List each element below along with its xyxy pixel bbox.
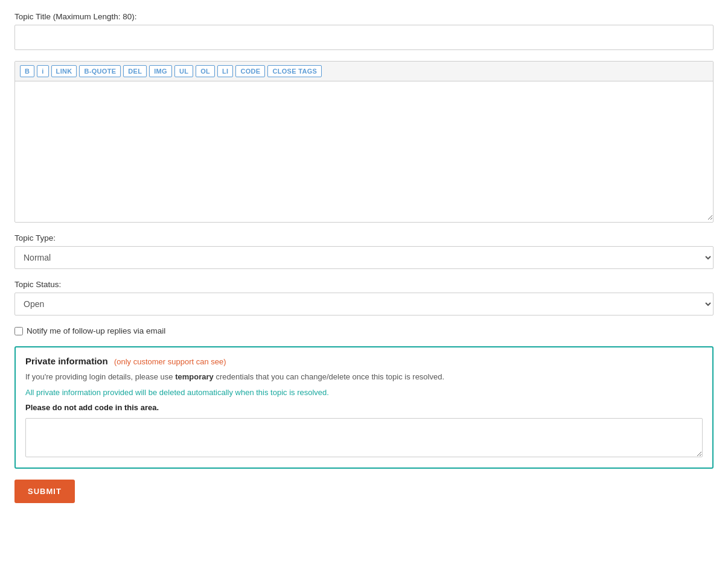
toolbar-btn-ul[interactable]: UL <box>174 65 193 77</box>
submit-section: SUBMIT <box>14 480 714 503</box>
toolbar-btn-code[interactable]: CODE <box>235 65 265 77</box>
topic-title-section: Topic Title (Maximum Length: 80): <box>14 12 714 50</box>
toolbar-btn-bquote[interactable]: B-QUOTE <box>79 65 121 77</box>
topic-status-section: Topic Status: OpenClosed <box>14 280 714 315</box>
private-info-line2: All private information provided will be… <box>25 387 703 399</box>
notify-label: Notify me of follow-up replies via email <box>27 326 165 335</box>
notify-row: Notify me of follow-up replies via email <box>14 326 714 335</box>
toolbar-btn-del[interactable]: DEL <box>123 65 147 77</box>
topic-type-section: Topic Type: NormalStickyAnnouncement <box>14 233 714 269</box>
submit-button[interactable]: SUBMIT <box>14 480 75 503</box>
toolbar-btn-link[interactable]: LINK <box>51 65 77 77</box>
private-info-prefix: If you're providing login details, pleas… <box>25 372 175 381</box>
toolbar-btn-ol[interactable]: OL <box>196 65 215 77</box>
topic-status-label: Topic Status: <box>14 280 714 289</box>
toolbar-btn-li[interactable]: LI <box>217 65 233 77</box>
topic-type-select[interactable]: NormalStickyAnnouncement <box>14 246 714 269</box>
notify-checkbox[interactable] <box>14 327 23 335</box>
toolbar-btn-italic[interactable]: i <box>37 65 48 77</box>
private-info-suffix: credentials that you can change/delete o… <box>214 372 444 381</box>
private-textarea[interactable] <box>25 418 703 457</box>
private-info-box: Private information (only customer suppo… <box>14 346 714 469</box>
topic-type-label: Topic Type: <box>14 233 714 242</box>
topic-status-select[interactable]: OpenClosed <box>14 293 714 315</box>
editor-container: BiLINKB-QUOTEDELIMGULOLLICODECLOSE TAGS <box>14 61 714 223</box>
private-info-keyword: temporary <box>175 372 214 381</box>
editor-toolbar: BiLINKB-QUOTEDELIMGULOLLICODECLOSE TAGS <box>15 62 713 81</box>
toolbar-btn-img[interactable]: IMG <box>149 65 172 77</box>
toolbar-btn-bold[interactable]: B <box>20 65 34 77</box>
content-textarea[interactable] <box>15 81 713 220</box>
private-info-line1: If you're providing login details, pleas… <box>25 371 703 383</box>
topic-title-label: Topic Title (Maximum Length: 80): <box>14 12 714 21</box>
private-title-text: Private information <box>25 356 108 366</box>
private-warning: Please do not add code in this area. <box>25 403 703 412</box>
topic-title-input[interactable] <box>14 25 714 50</box>
toolbar-btn-close-tags[interactable]: CLOSE TAGS <box>267 65 322 77</box>
private-title: Private information (only customer suppo… <box>25 356 703 366</box>
private-subtitle: (only customer support can see) <box>114 357 226 366</box>
